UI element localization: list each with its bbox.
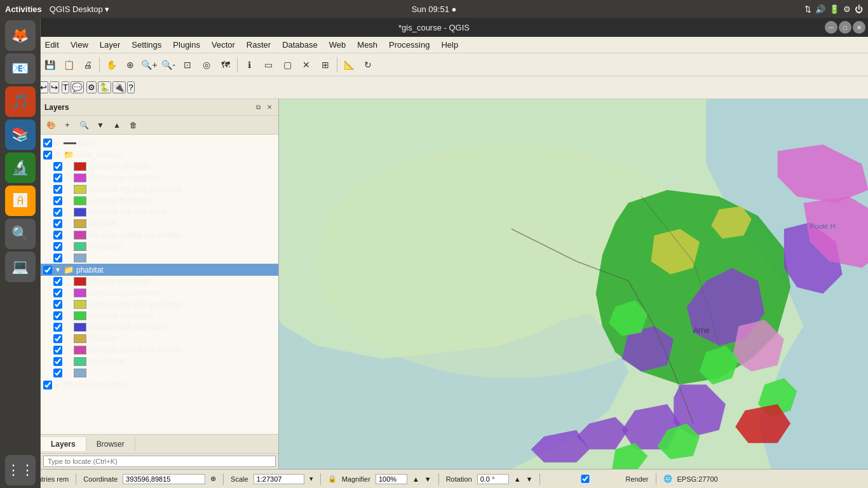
dock-amazon[interactable]: 🅰 <box>5 186 36 216</box>
dock-email[interactable]: 📧 <box>5 53 36 84</box>
layer-ah-reedbeds[interactable]: Reedbeds <box>41 241 278 252</box>
layer-openstreetmap[interactable]: ▶ 🗺 OpenStreetMap <box>41 379 278 391</box>
menu-item-help[interactable]: Help <box>436 39 463 51</box>
layer-ah-deciduous[interactable]: Deciduous woodland <box>41 172 278 184</box>
menu-item-mesh[interactable]: Mesh <box>352 39 383 51</box>
dock-search[interactable]: 🔍 <box>5 219 36 249</box>
magnifier-input[interactable] <box>376 474 407 484</box>
zoom-in-button[interactable]: 🔍+ <box>140 56 158 74</box>
activities-button[interactable]: Activities <box>5 4 42 14</box>
menu-item-settings[interactable]: Settings <box>126 39 166 51</box>
layer-ph-maritime[interactable]: Maritime cliff and slope <box>41 322 278 333</box>
layer-ph-reedbeds[interactable]: Reedbeds <box>41 356 278 367</box>
menu-item-processing[interactable]: Processing <box>384 39 435 51</box>
magnifier-up[interactable]: ▲ <box>412 475 419 483</box>
layer-ah-maritime[interactable]: Maritime cliff and slope <box>41 207 278 218</box>
save-as-button[interactable]: 📋 <box>60 56 78 74</box>
save-project-button[interactable]: 💾 <box>41 56 58 74</box>
layer-paths[interactable]: ▶ paths <box>41 137 278 149</box>
layer-ph-coastal[interactable]: Coastal saltmarsh <box>41 276 278 287</box>
dock-qgis[interactable]: 🔬 <box>5 152 36 183</box>
dock-apps[interactable]: ⋮⋮ <box>5 455 36 485</box>
tab-browser[interactable]: Browser <box>86 437 135 451</box>
layer-ph-extra[interactable] <box>41 367 278 379</box>
layer-ah-nomainhabitat-checkbox[interactable] <box>53 231 62 240</box>
layer-ah-coastal-checkbox[interactable] <box>53 162 62 171</box>
refresh-button[interactable]: ↻ <box>359 56 377 74</box>
python-button[interactable]: 🐍 <box>98 81 111 93</box>
app-name[interactable]: QGIS Desktop ▾ <box>50 4 109 14</box>
menu-item-plugins[interactable]: Plugins <box>168 39 205 51</box>
rotation-down[interactable]: ▼ <box>526 475 533 483</box>
layer-ah-extra[interactable] <box>41 252 278 264</box>
processing-button[interactable]: ⚙ <box>86 81 97 93</box>
dock-firefox[interactable]: 🦊 <box>5 20 36 51</box>
menu-item-web[interactable]: Web <box>324 39 351 51</box>
layer-ah-maritime-checkbox[interactable] <box>53 208 62 217</box>
magnifier-down[interactable]: ▼ <box>424 475 431 483</box>
coordinate-input[interactable] <box>123 474 205 484</box>
print-button[interactable]: 🖨 <box>79 56 97 74</box>
collapse-all-button[interactable]: ▲ <box>109 118 125 133</box>
menu-item-raster[interactable]: Raster <box>241 39 276 51</box>
layer-phabitat[interactable]: ▼ 📁 phabitat <box>41 264 278 276</box>
layer-ph-deciduous-checkbox[interactable] <box>53 288 62 297</box>
layer-openstreetmap-checkbox[interactable] <box>43 381 52 390</box>
layer-ah-extra-checkbox[interactable] <box>53 254 62 262</box>
layer-ph-coastal-checkbox[interactable] <box>53 277 62 286</box>
maximize-button[interactable]: □ <box>839 21 851 34</box>
layer-ah-nomainhabitat[interactable]: No main habitat but additio... <box>41 229 278 241</box>
rotation-up[interactable]: ▲ <box>514 475 521 483</box>
layers-panel-close-button[interactable]: ✕ <box>264 102 275 112</box>
locate-input[interactable] <box>43 456 276 467</box>
layer-ah-reedbeds-checkbox[interactable] <box>53 242 62 251</box>
deselect-button[interactable]: ✕ <box>297 56 315 74</box>
layer-ph-mudflats[interactable]: Mudflats <box>41 333 278 344</box>
render-checkbox[interactable] <box>547 475 623 483</box>
expand-all-button[interactable]: ▼ <box>93 118 108 133</box>
layer-ph-maritime-checkbox[interactable] <box>53 323 62 332</box>
open-layer-styling-button[interactable]: 🎨 <box>43 118 58 133</box>
layer-ah-lowland-heath-checkbox[interactable] <box>53 196 62 205</box>
layer-ph-lowland-dry-checkbox[interactable] <box>53 300 62 309</box>
help-button[interactable]: ? <box>127 81 134 93</box>
layer-phabitat-checkbox[interactable] <box>43 266 52 274</box>
pan-button[interactable]: ✋ <box>102 56 120 74</box>
menu-item-view[interactable]: View <box>65 39 93 51</box>
map-area[interactable]: Arne Poole H Ridge <box>279 99 868 469</box>
layer-ph-nomainhabitat[interactable]: No main habitat but additio... <box>41 344 278 356</box>
layer-ah-deciduous-checkbox[interactable] <box>53 173 62 182</box>
zoom-layer-button[interactable]: 🗺 <box>217 56 234 74</box>
layer-ah-lowland-heath[interactable]: Lowland heathland <box>41 195 278 207</box>
remove-layer-button[interactable]: 🗑 <box>126 118 141 133</box>
rotation-input[interactable] <box>477 474 509 484</box>
dock-music[interactable]: 🎵 <box>5 86 36 117</box>
close-button[interactable]: ✕ <box>853 21 865 34</box>
layer-ph-lowland-dry[interactable]: Lowland dry acid grassland <box>41 299 278 310</box>
zoom-selected-button[interactable]: ◎ <box>198 56 215 74</box>
layer-ph-nomainhabitat-checkbox[interactable] <box>53 346 62 355</box>
open-attribute-table-button[interactable]: ⊞ <box>316 56 334 74</box>
tab-layers[interactable]: Layers <box>41 437 86 451</box>
power-icon[interactable]: ⏻ <box>855 4 863 14</box>
redo-button[interactable]: ↪ <box>50 81 59 93</box>
layers-panel-float-button[interactable]: ⧉ <box>253 102 263 112</box>
scale-dropdown-icon[interactable]: ▾ <box>309 475 313 483</box>
settings-icon[interactable]: ⚙ <box>843 4 851 14</box>
layer-ah-lowland-dry[interactable]: Lowland dry acid grassland <box>41 184 278 195</box>
layer-ah-mudflats[interactable]: Mudflats <box>41 218 278 229</box>
annotation-button[interactable]: 💬 <box>71 81 84 93</box>
layer-ph-extra-checkbox[interactable] <box>53 369 62 377</box>
scale-input[interactable] <box>254 474 304 484</box>
epsg-label[interactable]: EPSG:27700 <box>677 475 718 483</box>
select-button[interactable]: ▭ <box>259 56 277 74</box>
menu-item-edit[interactable]: Edit <box>39 39 64 51</box>
dock-terminal[interactable]: 💻 <box>5 252 36 282</box>
minimize-button[interactable]: ─ <box>825 21 837 34</box>
menu-item-database[interactable]: Database <box>277 39 323 51</box>
layer-ph-lowland-heath[interactable]: Lowland heathland <box>41 310 278 322</box>
menu-item-layer[interactable]: Layer <box>95 39 126 51</box>
layer-paths-checkbox[interactable] <box>43 139 52 147</box>
filter-layers-button[interactable]: 🔍 <box>76 118 92 133</box>
zoom-out-button[interactable]: 🔍- <box>159 56 177 74</box>
